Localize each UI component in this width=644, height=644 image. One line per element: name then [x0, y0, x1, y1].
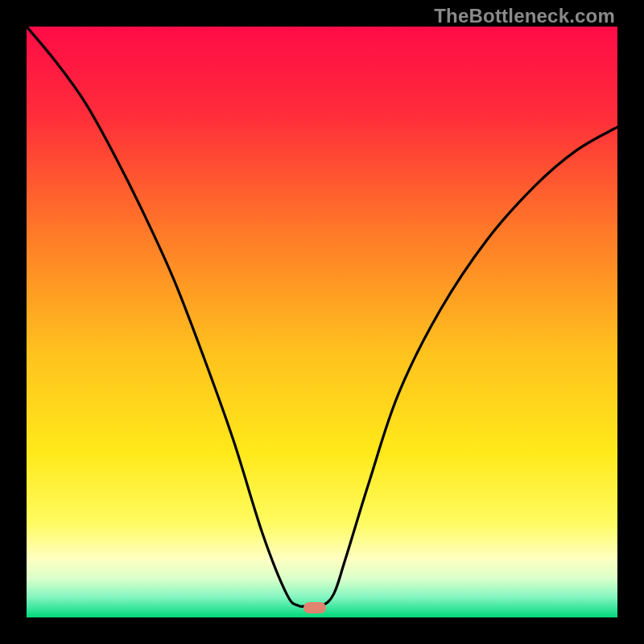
svg-rect-0: [27, 27, 617, 617]
plot-area: [27, 27, 617, 617]
background-gradient: [27, 27, 617, 617]
optimum-marker: [303, 602, 326, 613]
watermark-text: TheBottleneck.com: [434, 5, 615, 27]
chart-frame: TheBottleneck.com: [0, 0, 644, 644]
